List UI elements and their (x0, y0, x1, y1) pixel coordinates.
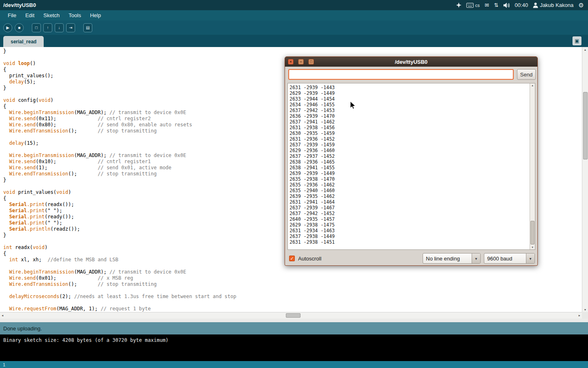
tab-bar: serial_read ▣ (0, 35, 588, 47)
code-line: Wire.endTransmission(); // stop transmit… (3, 281, 236, 287)
serial-scroll-down-button[interactable]: ▾ (530, 245, 535, 249)
close-icon: × (290, 60, 292, 64)
code-line: void loop() (3, 61, 236, 67)
serial-output-line: 2631 -2938 -1451 (290, 239, 335, 245)
user-menu[interactable]: Jakub Kakona (533, 2, 573, 8)
serial-output-line: 2631 -2939 -1443 (290, 85, 335, 90)
serial-output-line: 2637 -2938 -1449 (290, 233, 335, 239)
serial-output-line: 2631 -2936 -1452 (290, 136, 335, 142)
send-button[interactable]: Send (517, 69, 536, 80)
mail-icon[interactable]: ✉ (485, 2, 489, 8)
line-ending-value: No line ending (423, 254, 472, 263)
autoscroll-label: Autoscroll (298, 256, 321, 262)
maximize-button[interactable]: □ (308, 59, 314, 65)
serial-scroll-up-button[interactable]: ▴ (530, 83, 535, 88)
menu-tools[interactable]: Tools (64, 10, 85, 20)
serial-output-scrollbar[interactable]: ▴ ▾ (530, 83, 535, 249)
scroll-right-button[interactable]: ▸ (577, 312, 582, 319)
editor-horizontal-scrollbar[interactable]: ◂ ▸ (0, 312, 582, 319)
menu-help[interactable]: Help (85, 10, 105, 20)
serial-output-line: 2637 -2939 -1459 (290, 142, 335, 148)
serial-scrollbar-thumb[interactable] (530, 221, 535, 245)
volume-icon[interactable] (503, 2, 510, 8)
code-line: Wire.send(0x11); // cntrl register2 (3, 116, 236, 122)
menubar: FileEditSketchToolsHelp (0, 10, 588, 20)
code-line: Serial.print(" "); (3, 220, 236, 226)
tab-serial-read[interactable]: serial_read (3, 36, 44, 47)
line-ending-select[interactable]: No line ending ▾ (423, 253, 481, 264)
scroll-down-icon: ▾ (584, 308, 586, 312)
open-button[interactable]: ↑ (43, 23, 52, 32)
code-line: print_values(); (3, 73, 236, 79)
footer-bar: 1 (0, 361, 588, 368)
code-line: Serial.println(readz()); (3, 226, 236, 232)
serial-output-line: 2635 -2940 -1460 (290, 188, 335, 193)
serial-send-input[interactable] (288, 69, 514, 80)
code-line: { (3, 195, 236, 202)
code-line (3, 91, 236, 97)
system-tray: cs ✉ ⇅ 00:40 Jakub Kakona ⚙ (456, 2, 588, 8)
scrollbar-corner (582, 312, 588, 319)
play-icon: ▶ (6, 25, 9, 30)
scroll-up-button[interactable]: ▴ (582, 47, 588, 52)
keyboard-indicator[interactable]: cs (466, 3, 480, 8)
stop-button[interactable]: ■ (15, 23, 24, 32)
code-line: Wire.send(0x01); // x MSB reg (3, 275, 236, 281)
dropdown-arrow-icon: ▾ (472, 254, 480, 263)
serial-monitor-icon: ▤ (86, 25, 89, 30)
autoscroll-checkbox[interactable]: ✓ (289, 256, 295, 261)
code-line: } (3, 232, 236, 238)
new-sketch-icon: □ (35, 25, 38, 30)
code-line (3, 238, 236, 245)
close-button[interactable]: × (288, 59, 294, 65)
code-line (3, 287, 236, 294)
horizontal-scrollbar-thumb[interactable] (286, 313, 301, 318)
vertical-scrollbar-thumb[interactable] (583, 92, 588, 159)
baud-rate-select[interactable]: 9600 baud ▾ (484, 253, 535, 264)
code-line: } (3, 85, 236, 91)
scroll-down-button[interactable]: ▾ (582, 307, 588, 312)
arduino-ide-screen: /dev/ttyUSB0 cs ✉ ⇅ 00:40 (0, 0, 588, 368)
save-button[interactable]: ↓ (55, 23, 64, 32)
menu-sketch[interactable]: Sketch (39, 10, 64, 20)
code-line (3, 183, 236, 189)
upload-icon: ⇥ (69, 25, 72, 30)
new-button[interactable]: □ (32, 23, 41, 32)
top-panel: /dev/ttyUSB0 cs ✉ ⇅ 00:40 (0, 0, 588, 10)
serial-output-line: 2637 -2942 -1452 (290, 211, 335, 216)
serial-output-line: 2640 -2935 -1457 (290, 216, 335, 222)
serial-output: 2631 -2939 -14432629 -2939 -14492633 -29… (290, 85, 335, 245)
open-icon: ↑ (47, 25, 49, 30)
serial-monitor-button[interactable]: ▤ (83, 23, 92, 32)
code-line: Wire.beginTransmission(MAG_ADDR); // tra… (3, 153, 236, 159)
clock[interactable]: 00:40 (515, 2, 528, 8)
verify-button[interactable]: ▶ (3, 23, 12, 32)
minimize-button[interactable]: − (298, 59, 304, 65)
serial-output-line: 2633 -2944 -1454 (290, 96, 335, 102)
serial-output-line: 2630 -2935 -1459 (290, 130, 335, 136)
editor-vertical-scrollbar[interactable]: ▴ ▾ (582, 47, 588, 312)
gear-icon[interactable]: ⚙ (579, 2, 584, 8)
tab-label: serial_read (11, 39, 36, 45)
serial-monitor-titlebar[interactable]: × − □ /dev/ttyUSB0 (285, 57, 537, 67)
indicator-star-icon[interactable] (456, 2, 461, 8)
upload-button[interactable]: ⇥ (66, 23, 75, 32)
console-text: Binary sketch size: 4208 bytes (of a 307… (3, 337, 169, 343)
code-line: int readx(void) (3, 245, 236, 251)
code-area: } void loop(){ print_values(); delay(5);… (3, 48, 236, 312)
stop-icon: ■ (18, 25, 20, 30)
menu-file[interactable]: File (3, 10, 21, 20)
code-line: Wire.send(1); // send 0x01, active mode (3, 165, 236, 171)
code-line (3, 263, 236, 269)
scroll-left-button[interactable]: ◂ (0, 312, 5, 319)
serial-output-line: 2631 -2938 -1456 (290, 125, 335, 130)
send-button-label: Send (520, 72, 532, 78)
serial-monitor-controls: ✓ Autoscroll No line ending ▾ 9600 baud … (287, 252, 535, 265)
network-arrows-icon[interactable]: ⇅ (494, 2, 499, 8)
code-line: { (3, 67, 236, 73)
code-line: Wire.beginTransmission(MAG_ADDR); // tra… (3, 269, 236, 275)
dropdown-arrow-icon: ▾ (526, 254, 535, 263)
menu-edit[interactable]: Edit (21, 10, 39, 20)
code-line: Serial.print(readx()); (3, 202, 236, 208)
tab-menu-button[interactable]: ▣ (572, 36, 581, 45)
